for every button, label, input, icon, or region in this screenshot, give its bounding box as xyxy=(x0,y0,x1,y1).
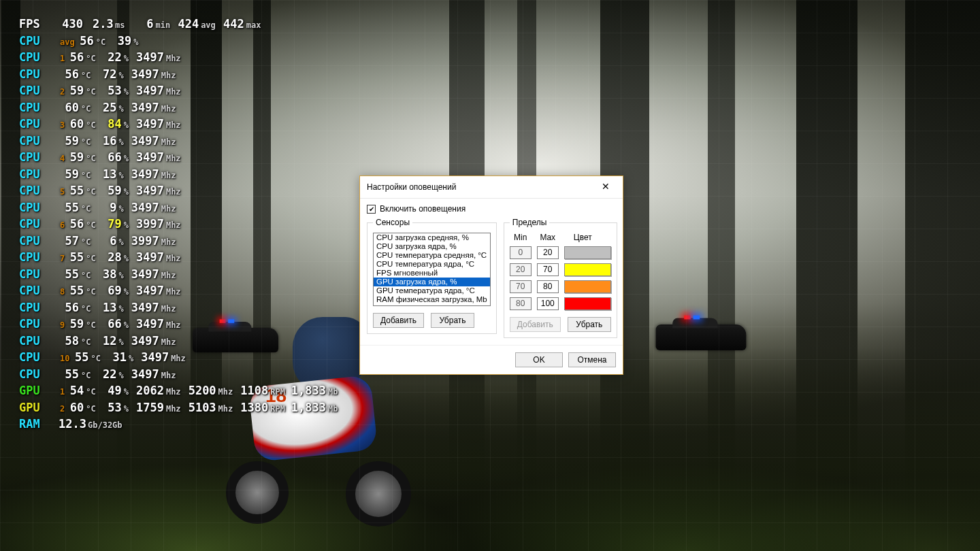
limit-min: 70 xyxy=(510,280,532,293)
limit-color-swatch[interactable] xyxy=(564,280,611,293)
limit-row: 2070 xyxy=(510,263,611,276)
fps-min: 6 xyxy=(130,16,153,32)
limit-max-input[interactable]: 100 xyxy=(537,297,559,310)
sensor-item[interactable]: CPU температура ядра, °C xyxy=(374,260,490,269)
limit-min: 20 xyxy=(510,263,532,276)
cpu-avg-row: CPUavg 56°C 39% xyxy=(19,33,343,50)
limit-row: 80100 xyxy=(510,297,611,310)
sensor-item[interactable]: GPU температура ядра, °C xyxy=(374,286,490,295)
cpu-row: CPU56°C72%3497Mhz xyxy=(19,67,343,84)
cpu-row: CPU58°C12%3497Mhz xyxy=(19,333,343,350)
limit-remove-button[interactable]: Убрать xyxy=(568,317,611,332)
limits-legend: Пределы xyxy=(510,218,550,227)
limit-max-input[interactable]: 80 xyxy=(537,280,559,293)
limits-max-header: Max xyxy=(537,233,559,242)
limit-color-swatch[interactable] xyxy=(564,297,611,310)
alerts-settings-dialog: Настройки оповещений ✕ ✔ Включить оповещ… xyxy=(359,176,623,375)
cpu-row: CPU55°C22%3497Mhz xyxy=(19,367,343,384)
limit-max-input[interactable]: 20 xyxy=(537,246,559,259)
ok-button[interactable]: OK xyxy=(515,352,563,367)
fps-max: 442 xyxy=(221,16,244,32)
sensor-item[interactable]: GPU загрузка ядра, % xyxy=(374,278,490,286)
limit-min: 80 xyxy=(510,297,532,310)
sensors-fieldset: Сенсоры CPU загрузка средняя, %CPU загру… xyxy=(367,218,497,334)
cpu-row: CPU60°C25%3497Mhz xyxy=(19,100,343,117)
limit-max-input[interactable]: 70 xyxy=(537,263,559,276)
limit-color-swatch[interactable] xyxy=(564,246,611,259)
cpu-row: CPU59°C13%3497Mhz xyxy=(19,167,343,184)
cpu-row: CPU59°C16%3497Mhz xyxy=(19,133,343,150)
gpu-row: GPU154°C49%2062Mhz5200Mhz1108RPM1,833Mb xyxy=(19,383,343,400)
cpu-row: CPU1055°C31%3497Mhz xyxy=(19,350,343,367)
cpu-row: CPU755°C28%3497Mhz xyxy=(19,250,343,267)
sensor-list[interactable]: CPU загрузка средняя, %CPU загрузка ядра… xyxy=(373,233,491,306)
cpu-row: CPU360°C84%3497Mhz xyxy=(19,116,343,133)
limits-fieldset: Пределы Min Max Цвет 0202070708080100 До… xyxy=(504,218,617,338)
sensors-legend: Сенсоры xyxy=(373,218,412,227)
sensor-item[interactable]: FPS мгновенный xyxy=(374,269,490,278)
limit-min: 0 xyxy=(510,246,532,259)
cpu-row: CPU156°C22%3497Mhz xyxy=(19,50,343,67)
sensor-add-button[interactable]: Добавить xyxy=(373,313,424,328)
sensor-remove-button[interactable]: Убрать xyxy=(431,313,474,328)
cancel-button[interactable]: Отмена xyxy=(568,352,616,367)
frametime-value: 2.3 xyxy=(93,16,113,32)
cpu-row: CPU656°C79%3997Mhz xyxy=(19,216,343,233)
ram-row: RAM 12.3Gb/32Gb xyxy=(19,416,343,433)
limit-color-swatch[interactable] xyxy=(564,263,611,276)
cpu-row: CPU555°C59%3497Mhz xyxy=(19,183,343,200)
limit-row: 020 xyxy=(510,246,611,259)
fps-avg: 424 xyxy=(176,16,199,32)
titlebar[interactable]: Настройки оповещений ✕ xyxy=(360,176,623,199)
fps-row: FPS 430 2.3ms 6min 424avg 442max xyxy=(19,16,343,33)
cpu-row: CPU55°C38%3497Mhz xyxy=(19,267,343,284)
limits-min-header: Min xyxy=(510,233,532,242)
cpu-row: CPU57°C6%3997Mhz xyxy=(19,233,343,250)
sensor-item[interactable]: CPU температура средняя, °C xyxy=(374,251,490,260)
police-car-2 xyxy=(656,324,747,350)
sensor-item[interactable]: RAM физическая загрузка, Mb xyxy=(374,295,490,304)
enable-alerts-checkbox[interactable]: ✔ xyxy=(367,205,376,214)
cpu-row: CPU459°C66%3497Mhz xyxy=(19,150,343,167)
cpu-row: CPU55°C9%3497Mhz xyxy=(19,200,343,217)
cpu-row: CPU56°C13%3497Mhz xyxy=(19,300,343,317)
limit-add-button: Добавить xyxy=(510,317,561,332)
cpu-row: CPU259°C53%3497Mhz xyxy=(19,83,343,100)
close-button[interactable]: ✕ xyxy=(593,180,619,194)
limit-row: 7080 xyxy=(510,280,611,293)
dialog-title: Настройки оповещений xyxy=(367,182,456,192)
gpu-row: GPU260°C53%1759Mhz5103Mhz1380RPM1,833Mb xyxy=(19,400,343,417)
fps-label: FPS xyxy=(19,16,59,32)
cpu-row: CPU959°C66%3497Mhz xyxy=(19,316,343,333)
fps-value: 430 xyxy=(59,16,83,32)
performance-osd: FPS 430 2.3ms 6min 424avg 442max CPUavg … xyxy=(19,16,343,433)
sensor-item[interactable]: CPU загрузка ядра, % xyxy=(374,242,490,251)
sensor-item[interactable]: CPU загрузка средняя, % xyxy=(374,233,490,242)
limits-color-header: Цвет xyxy=(564,233,611,242)
enable-alerts-label: Включить оповещения xyxy=(380,204,466,214)
cpu-row: CPU855°C69%3497Mhz xyxy=(19,283,343,300)
